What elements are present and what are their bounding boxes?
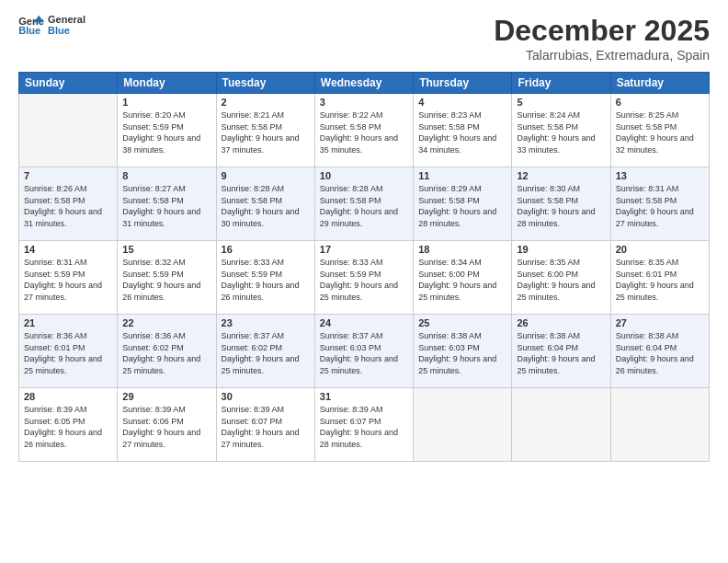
day-number: 16 [222,244,310,255]
day-number: 18 [418,244,506,255]
day-number: 12 [517,170,605,181]
table-row: 25Sunrise: 8:38 AMSunset: 6:03 PMDayligh… [414,315,512,388]
calendar-week-row: 7Sunrise: 8:26 AMSunset: 5:58 PMDaylight… [19,167,710,241]
day-number: 10 [320,170,408,181]
logo-text-blue: Blue [48,25,85,36]
day-number: 26 [517,317,605,328]
day-info: Sunrise: 8:39 AMSunset: 6:05 PMDaylight:… [24,404,112,450]
day-number: 31 [320,391,408,402]
table-row: 9Sunrise: 8:28 AMSunset: 5:58 PMDaylight… [216,167,314,241]
day-info: Sunrise: 8:36 AMSunset: 6:02 PMDaylight:… [122,330,210,376]
calendar-page: General Blue General Blue December 2025 … [0,0,728,563]
table-row: 1Sunrise: 8:20 AMSunset: 5:59 PMDaylight… [118,94,216,167]
svg-text:Blue: Blue [18,25,40,36]
col-friday: Friday [512,73,610,94]
day-number: 30 [222,391,310,402]
table-row: 24Sunrise: 8:37 AMSunset: 6:03 PMDayligh… [314,315,413,388]
logo-text-general: General [48,14,85,25]
calendar-table: Sunday Monday Tuesday Wednesday Thursday… [18,72,710,462]
table-row: 19Sunrise: 8:35 AMSunset: 6:00 PMDayligh… [512,241,610,315]
calendar-week-row: 1Sunrise: 8:20 AMSunset: 5:59 PMDaylight… [19,94,710,167]
day-info: Sunrise: 8:28 AMSunset: 5:58 PMDaylight:… [222,183,310,229]
day-number: 17 [320,244,408,255]
table-row: 8Sunrise: 8:27 AMSunset: 5:58 PMDaylight… [118,167,216,241]
day-info: Sunrise: 8:25 AMSunset: 5:58 PMDaylight:… [616,109,704,155]
day-info: Sunrise: 8:32 AMSunset: 5:59 PMDaylight:… [122,257,210,303]
table-row: 5Sunrise: 8:24 AMSunset: 5:58 PMDaylight… [512,94,610,167]
day-info: Sunrise: 8:33 AMSunset: 5:59 PMDaylight:… [320,257,408,303]
calendar-week-row: 21Sunrise: 8:36 AMSunset: 6:01 PMDayligh… [19,315,710,388]
table-row: 4Sunrise: 8:23 AMSunset: 5:58 PMDaylight… [414,94,512,167]
day-info: Sunrise: 8:39 AMSunset: 6:07 PMDaylight:… [222,404,310,450]
day-number: 21 [24,317,112,328]
day-number: 3 [320,97,408,108]
table-row: 6Sunrise: 8:25 AMSunset: 5:58 PMDaylight… [610,94,709,167]
day-info: Sunrise: 8:31 AMSunset: 5:58 PMDaylight:… [616,183,704,229]
table-row: 15Sunrise: 8:32 AMSunset: 5:59 PMDayligh… [118,241,216,315]
table-row: 10Sunrise: 8:28 AMSunset: 5:58 PMDayligh… [314,167,413,241]
table-row: 7Sunrise: 8:26 AMSunset: 5:58 PMDaylight… [19,167,118,241]
calendar-subtitle: Talarrubias, Extremadura, Spain [494,48,710,63]
table-row [414,388,512,462]
day-info: Sunrise: 8:39 AMSunset: 6:06 PMDaylight:… [122,404,210,450]
col-sunday: Sunday [19,73,118,94]
day-number: 8 [122,170,210,181]
day-number: 11 [418,170,506,181]
table-row: 29Sunrise: 8:39 AMSunset: 6:06 PMDayligh… [118,388,216,462]
col-monday: Monday [118,73,216,94]
day-info: Sunrise: 8:24 AMSunset: 5:58 PMDaylight:… [517,109,605,155]
logo: General Blue General Blue [18,14,85,36]
calendar-week-row: 14Sunrise: 8:31 AMSunset: 5:59 PMDayligh… [19,241,710,315]
day-number: 29 [122,391,210,402]
day-info: Sunrise: 8:21 AMSunset: 5:58 PMDaylight:… [222,109,310,155]
day-info: Sunrise: 8:34 AMSunset: 6:00 PMDaylight:… [418,257,506,303]
table-row: 20Sunrise: 8:35 AMSunset: 6:01 PMDayligh… [610,241,709,315]
day-info: Sunrise: 8:26 AMSunset: 5:58 PMDaylight:… [24,183,112,229]
day-info: Sunrise: 8:37 AMSunset: 6:03 PMDaylight:… [320,330,408,376]
day-info: Sunrise: 8:20 AMSunset: 5:59 PMDaylight:… [122,109,210,155]
table-row [610,388,709,462]
table-row [19,94,118,167]
calendar-title: December 2025 [494,14,710,48]
table-row: 3Sunrise: 8:22 AMSunset: 5:58 PMDaylight… [314,94,413,167]
table-row: 2Sunrise: 8:21 AMSunset: 5:58 PMDaylight… [216,94,314,167]
table-row: 12Sunrise: 8:30 AMSunset: 5:58 PMDayligh… [512,167,610,241]
day-info: Sunrise: 8:30 AMSunset: 5:58 PMDaylight:… [517,183,605,229]
title-section: December 2025 Talarrubias, Extremadura, … [494,14,710,63]
header-row: Sunday Monday Tuesday Wednesday Thursday… [19,73,710,94]
table-row: 21Sunrise: 8:36 AMSunset: 6:01 PMDayligh… [19,315,118,388]
day-number: 5 [517,97,605,108]
day-number: 14 [24,244,112,255]
col-tuesday: Tuesday [216,73,314,94]
table-row: 30Sunrise: 8:39 AMSunset: 6:07 PMDayligh… [216,388,314,462]
day-number: 2 [222,97,310,108]
day-info: Sunrise: 8:31 AMSunset: 5:59 PMDaylight:… [24,257,112,303]
day-info: Sunrise: 8:22 AMSunset: 5:58 PMDaylight:… [320,109,408,155]
day-info: Sunrise: 8:23 AMSunset: 5:58 PMDaylight:… [418,109,506,155]
table-row: 23Sunrise: 8:37 AMSunset: 6:02 PMDayligh… [216,315,314,388]
day-info: Sunrise: 8:37 AMSunset: 6:02 PMDaylight:… [222,330,310,376]
day-number: 23 [222,317,310,328]
day-number: 28 [24,391,112,402]
day-number: 1 [122,97,210,108]
table-row: 17Sunrise: 8:33 AMSunset: 5:59 PMDayligh… [314,241,413,315]
col-thursday: Thursday [414,73,512,94]
day-info: Sunrise: 8:38 AMSunset: 6:03 PMDaylight:… [418,330,506,376]
day-info: Sunrise: 8:29 AMSunset: 5:58 PMDaylight:… [418,183,506,229]
day-info: Sunrise: 8:39 AMSunset: 6:07 PMDaylight:… [320,404,408,450]
day-number: 13 [616,170,704,181]
table-row: 31Sunrise: 8:39 AMSunset: 6:07 PMDayligh… [314,388,413,462]
table-row [512,388,610,462]
day-number: 19 [517,244,605,255]
day-info: Sunrise: 8:36 AMSunset: 6:01 PMDaylight:… [24,330,112,376]
header: General Blue General Blue December 2025 … [18,14,710,63]
day-number: 27 [616,317,704,328]
table-row: 28Sunrise: 8:39 AMSunset: 6:05 PMDayligh… [19,388,118,462]
table-row: 13Sunrise: 8:31 AMSunset: 5:58 PMDayligh… [610,167,709,241]
day-info: Sunrise: 8:27 AMSunset: 5:58 PMDaylight:… [122,183,210,229]
day-number: 25 [418,317,506,328]
table-row: 14Sunrise: 8:31 AMSunset: 5:59 PMDayligh… [19,241,118,315]
day-number: 22 [122,317,210,328]
table-row: 26Sunrise: 8:38 AMSunset: 6:04 PMDayligh… [512,315,610,388]
day-number: 4 [418,97,506,108]
